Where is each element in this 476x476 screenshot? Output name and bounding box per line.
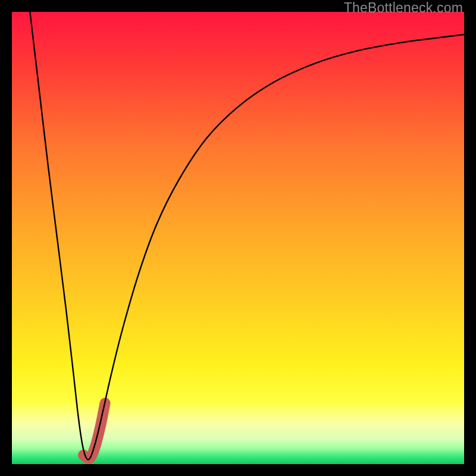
watermark-text: TheBottleneck.com <box>344 0 463 16</box>
chart-frame <box>12 12 464 464</box>
bottleneck-chart <box>12 12 464 464</box>
gradient-background <box>12 12 464 464</box>
